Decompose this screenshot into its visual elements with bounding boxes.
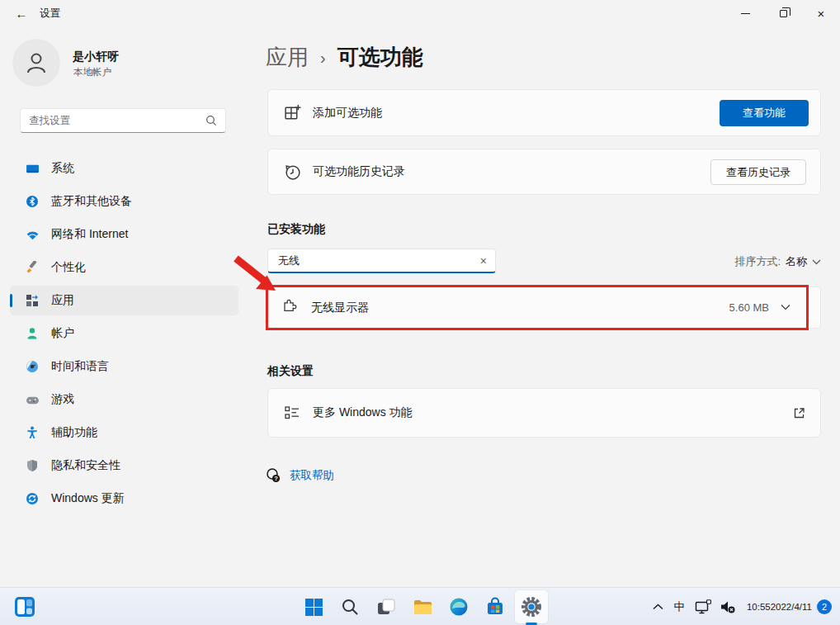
settings-button[interactable]	[515, 590, 548, 623]
ime-indicator[interactable]: 中	[668, 592, 691, 622]
page-title: 可选功能	[337, 43, 423, 72]
back-arrow-icon: ←	[16, 7, 28, 21]
minimize-button[interactable]	[726, 0, 764, 26]
restore-icon	[780, 10, 787, 17]
sidebar-item-network-internet[interactable]: 网络和 Internet	[10, 220, 238, 249]
start-button[interactable]	[297, 590, 330, 623]
settings-search-box[interactable]	[20, 108, 226, 133]
feature-size: 5.60 MB	[729, 301, 769, 314]
list-icon	[283, 405, 301, 421]
sidebar-item-personalization[interactable]: 个性化	[10, 253, 238, 282]
add-feature-label: 添加可选功能	[313, 106, 382, 121]
task-view-button[interactable]	[370, 590, 403, 623]
sidebar-item-bluetooth-devices[interactable]: 蓝牙和其他设备	[10, 187, 238, 216]
breadcrumb-separator: ›	[320, 47, 326, 68]
system-tray: 中 10:55 2022/4/11 2	[649, 588, 835, 625]
feature-history-label: 可选功能历史记录	[313, 164, 405, 179]
feature-filter-box[interactable]: ×	[267, 249, 496, 273]
sort-label: 排序方式:	[734, 254, 781, 269]
add-optional-feature-card: 添加可选功能 查看功能	[267, 89, 821, 136]
settings-gear-icon	[521, 596, 542, 618]
chevron-down-icon	[812, 259, 821, 265]
settings-search-input[interactable]	[21, 115, 205, 126]
related-settings-heading: 相关设置	[267, 364, 314, 379]
svg-text:?: ?	[274, 475, 278, 482]
breadcrumb: 应用 › 可选功能	[266, 43, 423, 72]
close-icon: ×	[818, 7, 825, 20]
sidebar-item-accessibility[interactable]: 辅助功能	[10, 418, 238, 447]
account-person-icon	[25, 326, 40, 341]
widgets-button[interactable]	[12, 594, 38, 619]
restore-button[interactable]	[764, 0, 802, 26]
widgets-icon	[14, 596, 35, 618]
clear-filter-icon[interactable]: ×	[480, 254, 487, 268]
profile-account-type: 本地帐户	[73, 66, 111, 78]
edge-button[interactable]	[442, 590, 475, 623]
file-explorer-button[interactable]	[406, 590, 439, 623]
sidebar-item-system[interactable]: 系统	[10, 154, 238, 183]
store-icon	[485, 597, 505, 617]
wifi-icon	[25, 227, 40, 242]
tray-overflow-button[interactable]	[649, 592, 668, 622]
network-tray-icon[interactable]	[691, 592, 715, 622]
sidebar-item-apps[interactable]: 应用	[10, 286, 238, 315]
minimize-icon	[741, 13, 750, 14]
breadcrumb-apps[interactable]: 应用	[266, 43, 309, 72]
taskbar-search-button[interactable]	[333, 590, 366, 623]
avatar[interactable]	[12, 39, 60, 87]
sort-value: 名称	[786, 254, 807, 269]
profile-name: 是小轩呀	[73, 50, 119, 64]
get-help-icon: ?	[266, 467, 281, 484]
clock-icon	[25, 359, 40, 374]
taskbar-clock[interactable]: 10:55 2022/4/11	[740, 592, 817, 622]
wireless-display-row[interactable]: 无线显示器 5.60 MB	[267, 286, 821, 329]
clock-date: 2022/4/11	[771, 601, 812, 613]
titlebar: ← 设置 ×	[0, 0, 840, 28]
system-icon	[25, 161, 40, 176]
bluetooth-icon	[25, 194, 40, 209]
taskbar-center	[297, 590, 548, 623]
clock-time: 10:55	[747, 601, 771, 613]
back-button[interactable]: ←	[8, 2, 35, 24]
close-button[interactable]: ×	[802, 0, 840, 26]
sidebar-nav: 系统 蓝牙和其他设备 网络和 Internet 个性化 应用 帐户 时间和语言 …	[10, 154, 238, 517]
get-help-link[interactable]: 获取帮助	[290, 468, 334, 483]
brush-icon	[25, 260, 40, 275]
sort-dropdown[interactable]: 排序方式: 名称	[734, 254, 821, 269]
file-explorer-icon	[413, 597, 433, 618]
update-icon	[25, 491, 40, 506]
wireless-display-label: 无线显示器	[311, 301, 369, 315]
external-link-icon	[793, 407, 805, 419]
search-icon	[341, 598, 359, 616]
history-icon	[283, 163, 301, 181]
sidebar-item-gaming[interactable]: 游戏	[10, 385, 238, 414]
start-icon	[304, 598, 323, 617]
sidebar-item-accounts[interactable]: 帐户	[10, 319, 238, 348]
apps-icon	[25, 293, 40, 308]
sidebar-item-time-language[interactable]: 时间和语言	[10, 352, 238, 381]
taskbar: 中 10:55 2022/4/11 2	[0, 587, 840, 625]
chevron-up-icon	[653, 604, 663, 610]
add-feature-icon	[283, 104, 301, 121]
feature-filter-input[interactable]	[268, 254, 480, 267]
puzzle-icon	[282, 298, 299, 318]
feature-history-card: 可选功能历史记录 查看历史记录	[267, 149, 821, 195]
store-button[interactable]	[479, 590, 512, 623]
get-help-row[interactable]: ? 获取帮助	[266, 467, 334, 484]
search-icon	[205, 115, 217, 126]
window-title: 设置	[40, 7, 60, 21]
task-view-icon	[376, 597, 396, 617]
sidebar-item-privacy-security[interactable]: 隐私和安全性	[10, 451, 238, 481]
sidebar-item-windows-update[interactable]: Windows 更新	[10, 484, 238, 514]
view-history-button[interactable]: 查看历史记录	[710, 159, 806, 185]
more-windows-features-card[interactable]: 更多 Windows 功能	[267, 388, 821, 438]
gamepad-icon	[25, 392, 40, 407]
notification-badge[interactable]: 2	[817, 599, 832, 614]
expand-chevron-icon[interactable]	[781, 304, 790, 310]
volume-muted-icon[interactable]	[715, 592, 740, 622]
view-features-button[interactable]: 查看功能	[720, 100, 809, 126]
accessibility-icon	[25, 425, 40, 440]
more-windows-features-label: 更多 Windows 功能	[313, 405, 413, 420]
person-icon	[24, 50, 49, 75]
shield-icon	[25, 458, 40, 473]
